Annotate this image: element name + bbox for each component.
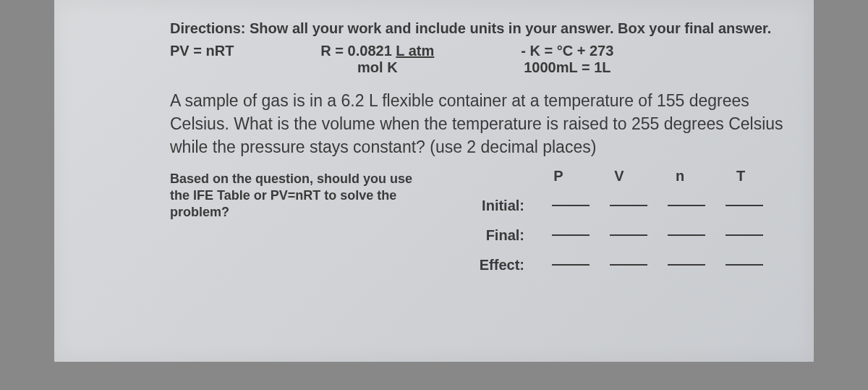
blank-effect-t[interactable] — [726, 264, 763, 266]
formula-r-top: R = 0.0821 L atm — [320, 43, 434, 59]
lower-section: Based on the question, should you use th… — [170, 171, 785, 274]
blank-final-t[interactable] — [726, 234, 763, 236]
prompt-text: Based on the question, should you use th… — [170, 171, 416, 221]
ife-label-initial: Initial: — [474, 198, 524, 214]
formula-k-bottom: 1000mL = 1L — [524, 59, 610, 76]
directions-text: Directions: Show all your work and inclu… — [170, 20, 785, 37]
header-t: T — [730, 168, 752, 185]
blank-initial-n[interactable] — [668, 205, 705, 206]
blank-initial-p[interactable] — [552, 205, 590, 206]
blank-final-v[interactable] — [610, 234, 647, 236]
blank-effect-p[interactable] — [552, 264, 590, 266]
ife-row-final: Final: — [474, 227, 773, 244]
problem-statement: A sample of gas is in a 6.2 L flexible c… — [170, 89, 785, 159]
formula-pv-text: PV = nRT — [170, 43, 234, 59]
formula-k: - K = °C + 273 1000mL = 1L — [521, 43, 613, 76]
formula-r-bottom: mol K — [357, 59, 398, 76]
formula-k-top: - K = °C + 273 — [521, 43, 613, 59]
header-p: P — [548, 168, 569, 185]
formula-row: PV = nRT R = 0.0821 L atm mol K - K = °C… — [170, 43, 785, 76]
blank-effect-v[interactable] — [610, 264, 647, 266]
blank-initial-v[interactable] — [610, 205, 647, 206]
ife-label-final: Final: — [474, 227, 524, 244]
header-v: V — [608, 168, 630, 185]
blank-initial-t[interactable] — [726, 205, 763, 206]
blank-final-n[interactable] — [668, 234, 705, 236]
blanks-final — [542, 234, 773, 236]
ife-header-row: P V n T — [474, 168, 773, 185]
blanks-initial — [542, 205, 773, 206]
ife-row-effect: Effect: — [474, 257, 773, 274]
blank-final-p[interactable] — [552, 234, 590, 236]
blank-effect-n[interactable] — [668, 264, 705, 266]
header-n: n — [669, 168, 691, 185]
ife-label-effect: Effect: — [474, 257, 524, 274]
ife-row-initial: Initial: — [474, 198, 773, 214]
formula-pv: PV = nRT — [170, 43, 234, 59]
ife-table: P V n T Initial: Final: — [474, 168, 773, 274]
worksheet-paper: Directions: Show all your work and inclu… — [54, 0, 814, 362]
blanks-effect — [542, 264, 773, 266]
formula-r: R = 0.0821 L atm mol K — [320, 43, 434, 76]
